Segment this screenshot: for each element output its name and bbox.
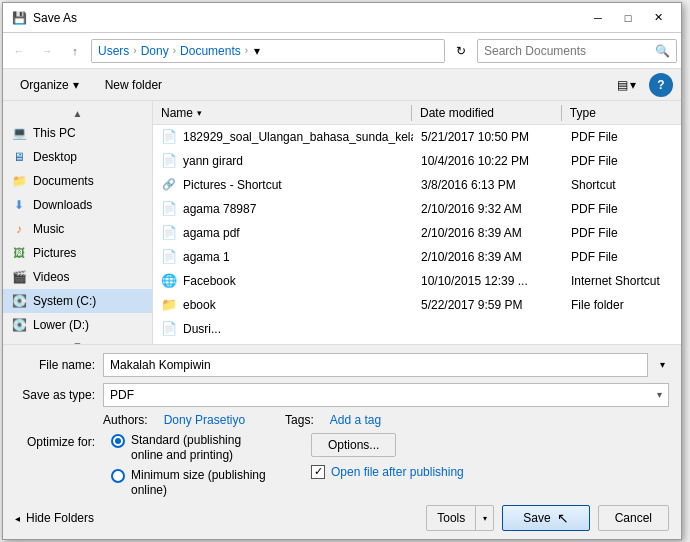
radio-minimum-btn[interactable] [111, 469, 125, 483]
table-row[interactable]: 📄 182929_soal_Ulangan_bahasa_sunda_kela.… [153, 125, 681, 149]
tools-dropdown-icon[interactable]: ▾ [475, 506, 493, 530]
file-name-text: agama 78987 [183, 202, 256, 216]
sidebar-label-desktop: Desktop [33, 150, 77, 164]
new-folder-button[interactable]: New folder [96, 73, 171, 97]
sidebar-item-this-pc[interactable]: 💻 This PC [3, 121, 152, 145]
file-name-cell: 📁 ebook [153, 297, 413, 313]
table-row[interactable]: 📄 agama 1 2/10/2016 8:39 AM PDF File [153, 245, 681, 269]
savetype-select[interactable]: PDF ▾ [103, 383, 669, 407]
sidebar-item-downloads[interactable]: ⬇ Downloads [3, 193, 152, 217]
cancel-button[interactable]: Cancel [598, 505, 669, 531]
sidebar-item-system-c[interactable]: 💽 System (C:) [3, 289, 152, 313]
nav-bar: ← → ↑ Users › Dony › Documents › ▾ ↻ 🔍 [3, 33, 681, 69]
sidebar-label-music: Music [33, 222, 64, 236]
tags-value[interactable]: Add a tag [330, 413, 381, 427]
folder-icon: 📁 [161, 297, 177, 313]
breadcrumb[interactable]: Users › Dony › Documents › ▾ [91, 39, 445, 63]
sidebar-scroll-up[interactable]: ▲ [3, 105, 152, 121]
options-button[interactable]: Options... [311, 433, 396, 457]
breadcrumb-users[interactable]: Users [98, 44, 129, 58]
table-row[interactable]: 📄 agama 78987 2/10/2016 9:32 AM PDF File [153, 197, 681, 221]
lower-d-icon: 💽 [11, 317, 27, 333]
sidebar-item-music[interactable]: ♪ Music [3, 217, 152, 241]
shortcut-icon: 🔗 [161, 177, 177, 193]
breadcrumb-documents[interactable]: Documents [180, 44, 241, 58]
sidebar-label-lower-d: Lower (D:) [33, 318, 89, 332]
col-type-header[interactable]: Type [562, 106, 681, 120]
radio-minimum-label: Minimum size (publishing online) [131, 468, 271, 499]
minimize-button[interactable]: ─ [583, 3, 613, 33]
sidebar-label-videos: Videos [33, 270, 69, 284]
table-row[interactable]: 📁 ebook 5/22/2017 9:59 PM File folder [153, 293, 681, 317]
sidebar-item-documents[interactable]: 📁 Documents [3, 169, 152, 193]
col-name-header[interactable]: Name ▾ [153, 106, 411, 120]
file-name-cell: 📄 agama 1 [153, 249, 413, 265]
organize-button[interactable]: Organize ▾ [11, 73, 88, 97]
main-content: ▲ 💻 This PC 🖥 Desktop 📁 Documents ⬇ Down… [3, 101, 681, 344]
authors-value[interactable]: Dony Prasetiyo [164, 413, 245, 427]
col-date-header[interactable]: Date modified [412, 106, 561, 120]
file-name-text: Facebook [183, 274, 236, 288]
footer-buttons: Tools ▾ Save ↖ Cancel [426, 505, 669, 531]
filename-dropdown-icon[interactable]: ▾ [656, 359, 669, 370]
pdf-icon: 📄 [161, 225, 177, 241]
refresh-button[interactable]: ↻ [449, 39, 473, 63]
table-row[interactable]: 📄 yann girard 10/4/2016 10:22 PM PDF Fil… [153, 149, 681, 173]
save-as-dialog: 💾 Save As ─ □ ✕ ← → ↑ Users › Dony › Doc… [2, 2, 682, 540]
file-date-cell: 5/22/2017 9:59 PM [413, 298, 563, 312]
search-box: 🔍 [477, 39, 677, 63]
file-area: Name ▾ Date modified Type 📄 182929_soal_… [153, 101, 681, 344]
save-button[interactable]: Save ↖ [502, 505, 589, 531]
file-name-cell: 📄 Dusri... [153, 321, 413, 337]
pdf-icon: 📄 [161, 129, 177, 145]
tools-button[interactable]: Tools ▾ [426, 505, 494, 531]
table-row[interactable]: 🔗 Pictures - Shortcut 3/8/2016 6:13 PM S… [153, 173, 681, 197]
breadcrumb-dony[interactable]: Dony [141, 44, 169, 58]
pictures-icon: 🖼 [11, 245, 27, 261]
file-name-cell: 📄 yann girard [153, 153, 413, 169]
pdf-icon: 📄 [161, 153, 177, 169]
file-list-header: Name ▾ Date modified Type [153, 101, 681, 125]
back-button[interactable]: ← [7, 39, 31, 63]
sidebar-scroll-down[interactable]: ▼ [3, 337, 152, 344]
radio-standard-label: Standard (publishing online and printing… [131, 433, 271, 464]
radio-standard-btn[interactable] [111, 434, 125, 448]
file-name-text: yann girard [183, 154, 243, 168]
footer-row: ◂ Hide Folders Tools ▾ Save ↖ Cancel [15, 505, 669, 531]
internet-icon: 🌐 [161, 273, 177, 289]
sidebar-item-desktop[interactable]: 🖥 Desktop [3, 145, 152, 169]
sidebar-item-pictures[interactable]: 🖼 Pictures [3, 241, 152, 265]
file-name-cell: 📄 agama pdf [153, 225, 413, 241]
maximize-button[interactable]: □ [613, 3, 643, 33]
optimize-label: Optimize for: [15, 433, 95, 449]
view-button[interactable]: ▤ ▾ [612, 73, 641, 97]
sidebar-item-lower-d[interactable]: 💽 Lower (D:) [3, 313, 152, 337]
search-icon: 🔍 [655, 44, 670, 58]
filename-input[interactable] [103, 353, 648, 377]
sidebar-label-pictures: Pictures [33, 246, 76, 260]
sidebar-label-system-c: System (C:) [33, 294, 96, 308]
sidebar-item-videos[interactable]: 🎬 Videos [3, 265, 152, 289]
tags-label: Tags: [285, 413, 314, 427]
help-button[interactable]: ? [649, 73, 673, 97]
meta-row: Authors: Dony Prasetiyo Tags: Add a tag [15, 413, 669, 427]
file-date-cell: 3/8/2016 6:13 PM [413, 178, 563, 192]
table-row[interactable]: 📄 Dusri... [153, 317, 681, 341]
close-button[interactable]: ✕ [643, 3, 673, 33]
file-name-text: agama pdf [183, 226, 240, 240]
forward-button[interactable]: → [35, 39, 59, 63]
up-button[interactable]: ↑ [63, 39, 87, 63]
organize-label: Organize [20, 78, 69, 92]
downloads-icon: ⬇ [11, 197, 27, 213]
desktop-icon: 🖥 [11, 149, 27, 165]
open-after-checkbox[interactable] [311, 465, 325, 479]
search-input[interactable] [484, 44, 651, 58]
breadcrumb-dropdown[interactable]: ▾ [254, 44, 260, 58]
hide-folders-toggle[interactable]: ◂ Hide Folders [15, 511, 94, 525]
file-date-cell: 10/10/2015 12:39 ... [413, 274, 563, 288]
table-row[interactable]: 📄 agama pdf 2/10/2016 8:39 AM PDF File [153, 221, 681, 245]
table-row[interactable]: 🌐 Facebook 10/10/2015 12:39 ... Internet… [153, 269, 681, 293]
file-date-cell: 5/21/2017 10:50 PM [413, 130, 563, 144]
open-after-label[interactable]: Open file after publishing [331, 465, 464, 479]
title-text: Save As [33, 11, 583, 25]
